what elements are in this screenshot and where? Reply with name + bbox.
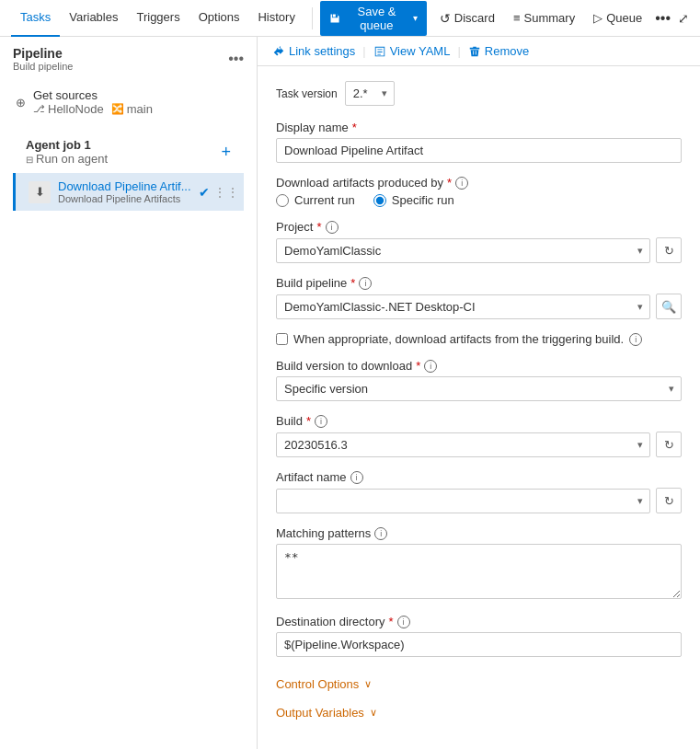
radio-specific-run[interactable]: Specific run [373,193,454,207]
display-name-required: * [352,121,357,134]
right-panel: Link settings | View YAML | Remove Task … [258,37,700,749]
artifact-name-select-row: ▾ ↻ [276,488,682,513]
summary-button[interactable]: ≡ Summary [508,7,580,29]
display-name-input[interactable] [276,138,682,163]
save-chevron-icon: ▾ [413,13,418,23]
branch-icon: ⎇ [33,103,45,115]
artifact-name-select-wrapper: ▾ [276,489,650,513]
ref-info: 🔀 main [111,102,153,116]
destination-dir-row: Destination directory * i [276,615,682,657]
nav-divider [312,7,313,29]
build-pipeline-select-wrapper: DemoYamlClassic-.NET Desktop-CI ▾ [276,294,650,319]
build-version-select[interactable]: Specific version Latest Latest from a sp… [276,376,682,401]
view-yaml-button[interactable]: View YAML [373,44,451,58]
project-info-icon[interactable]: i [326,221,339,234]
tab-history[interactable]: History [248,0,304,37]
yaml-icon [373,45,386,58]
toolbar-sep-1: | [362,44,365,58]
tab-options[interactable]: Options [189,0,249,37]
pipeline-section: Agent job 1 ⊟ Run on agent + ⬇ Download … [0,123,257,218]
matching-patterns-info-icon[interactable]: i [374,527,387,540]
artifact-name-select[interactable] [276,489,650,513]
build-pipeline-select-row: DemoYamlClassic-.NET Desktop-CI ▾ 🔍 [276,294,682,319]
tab-triggers[interactable]: Triggers [127,0,189,37]
artifact-name-info-icon[interactable]: i [350,471,363,484]
project-refresh-button[interactable]: ↻ [656,237,682,263]
triggering-build-info-icon[interactable]: i [629,333,642,346]
build-pipeline-select[interactable]: DemoYamlClassic-.NET Desktop-CI [276,294,650,319]
get-sources-item[interactable]: ⊕ Get sources ⎇ HelloNode 🔀 main [0,81,257,123]
build-info-icon[interactable]: i [315,415,327,428]
project-select-wrapper: DemoYamlClassic ▾ [276,238,650,263]
branch-info: ⎇ HelloNode [33,102,104,116]
task-version-label: Task version [276,87,338,100]
agent-job-header[interactable]: Agent job 1 ⊟ Run on agent + [13,131,244,173]
project-select[interactable]: DemoYamlClassic [276,238,650,263]
panel-toolbar: Link settings | View YAML | Remove [258,37,700,66]
task-version-select-wrapper: 2.* [345,81,395,106]
artifact-name-label: Artifact name i [276,470,682,484]
download-info-icon[interactable]: i [455,177,468,190]
pipeline-task-item[interactable]: ⬇ Download Pipeline Artif... Download Pi… [13,173,244,211]
task-drag-icon[interactable]: ⋮⋮ [213,185,239,200]
control-options-chevron-icon: ∨ [364,678,372,690]
build-version-row: Build version to download * i Specific v… [276,359,682,401]
add-task-button[interactable]: + [221,143,231,162]
agent-job-subtitle: ⊟ Run on agent [26,152,108,166]
link-settings-button[interactable]: Link settings [272,44,355,58]
task-version-select[interactable]: 2.* [345,81,395,106]
display-name-row: Display name * [276,121,682,163]
pipeline-header: Pipeline Build pipeline ••• [0,37,257,81]
build-pipeline-info-icon[interactable]: i [359,277,372,290]
more-actions-icon[interactable]: ••• [655,10,671,27]
radio-specific-run-input[interactable] [373,194,386,207]
toolbar-sep-2: | [457,44,460,58]
sidebar: Pipeline Build pipeline ••• ⊕ Get source… [0,37,258,749]
pipeline-title: Pipeline [13,46,73,61]
build-select[interactable]: 20230516.3 [276,432,650,457]
get-sources-icon: ⊕ [16,96,26,109]
get-sources-sub: ⎇ HelloNode 🔀 main [33,102,244,116]
ref-icon: 🔀 [111,103,124,115]
remove-button[interactable]: Remove [468,44,529,58]
expand-icon[interactable]: ⤢ [678,11,689,26]
radio-current-run-input[interactable] [276,194,289,207]
project-label: Project * i [276,220,682,234]
build-pipeline-req-star: * [350,276,355,290]
pipeline-subtitle: Build pipeline [13,61,73,72]
triggering-build-checkbox-row: When appropriate, download artifacts fro… [276,332,682,346]
radio-current-run[interactable]: Current run [276,193,355,207]
agent-job-title: Agent job 1 [26,138,108,152]
remove-icon [468,45,481,58]
task-version-row: Task version 2.* [276,81,682,106]
build-pipeline-search-button[interactable]: 🔍 [656,294,682,319]
queue-button[interactable]: ▷ Queue [588,7,648,29]
discard-button[interactable]: ↺ Discard [434,7,500,29]
output-variables-chevron-icon: ∨ [370,707,377,719]
triggering-build-checkbox[interactable] [276,333,288,345]
build-version-label: Build version to download * i [276,359,682,373]
build-refresh-button[interactable]: ↻ [656,432,682,457]
radio-group: Current run Specific run [276,193,682,207]
build-label: Build * i [276,414,682,428]
pipeline-task-subtitle: Download Pipeline Artifacts [58,193,191,204]
matching-patterns-textarea[interactable]: ** [276,544,682,599]
top-nav: Tasks Variables Triggers Options History… [0,0,700,37]
artifact-name-refresh-button[interactable]: ↻ [656,488,682,513]
save-queue-button[interactable]: Save & queue ▾ [320,1,427,36]
build-pipeline-row: Build pipeline * i DemoYamlClassic-.NET … [276,276,682,319]
build-pipeline-label: Build pipeline * i [276,276,682,290]
build-version-info-icon[interactable]: i [424,360,437,373]
destination-dir-label: Destination directory * i [276,615,682,628]
destination-dir-info-icon[interactable]: i [397,616,410,628]
destination-dir-input[interactable] [276,632,682,657]
tab-tasks[interactable]: Tasks [11,0,60,37]
pipeline-more-icon[interactable]: ••• [228,51,244,67]
destination-dir-req-star: * [389,615,394,628]
artifact-name-row: Artifact name i ▾ ↻ [276,470,682,513]
project-req-star: * [316,220,321,234]
tab-variables[interactable]: Variables [60,0,127,37]
output-variables-section[interactable]: Output Variables ∨ [276,698,682,720]
control-options-section[interactable]: Control Options ∨ [276,670,682,691]
build-select-row: 20230516.3 ▾ ↻ [276,432,682,457]
